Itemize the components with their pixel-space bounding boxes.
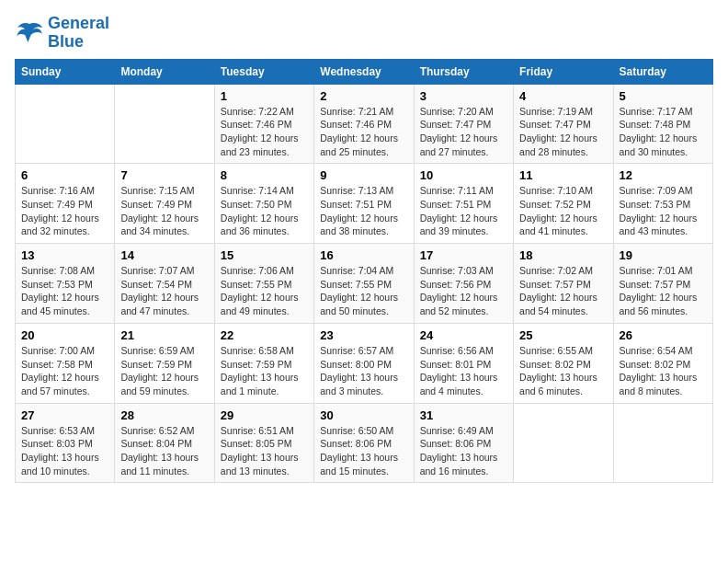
- day-cell: 3Sunrise: 7:20 AM Sunset: 7:47 PM Daylig…: [414, 84, 513, 164]
- week-row-5: 27Sunrise: 6:53 AM Sunset: 8:03 PM Dayli…: [16, 403, 713, 483]
- day-number: 12: [620, 168, 707, 182]
- day-cell: 4Sunrise: 7:19 AM Sunset: 7:47 PM Daylig…: [514, 84, 613, 164]
- week-row-3: 13Sunrise: 7:08 AM Sunset: 7:53 PM Dayli…: [16, 244, 713, 324]
- day-info: Sunrise: 7:21 AM Sunset: 7:46 PM Dayligh…: [320, 105, 407, 159]
- day-number: 13: [21, 248, 108, 262]
- day-cell: 20Sunrise: 7:00 AM Sunset: 7:58 PM Dayli…: [16, 323, 115, 403]
- day-number: 4: [519, 89, 607, 103]
- day-number: 23: [320, 328, 407, 342]
- day-number: 5: [620, 89, 707, 103]
- day-cell: 2Sunrise: 7:21 AM Sunset: 7:46 PM Daylig…: [314, 84, 414, 164]
- day-number: 1: [221, 89, 308, 103]
- day-cell: 7Sunrise: 7:15 AM Sunset: 7:49 PM Daylig…: [115, 164, 214, 244]
- day-cell: 21Sunrise: 6:59 AM Sunset: 7:59 PM Dayli…: [115, 323, 214, 403]
- calendar-table: SundayMondayTuesdayWednesdayThursdayFrid…: [15, 59, 713, 484]
- day-number: 3: [420, 89, 507, 103]
- week-row-1: 1Sunrise: 7:22 AM Sunset: 7:46 PM Daylig…: [16, 84, 713, 164]
- calendar-header: SundayMondayTuesdayWednesdayThursdayFrid…: [16, 59, 713, 84]
- page-header: General Blue: [15, 15, 713, 52]
- day-number: 30: [320, 408, 407, 422]
- day-number: 29: [221, 408, 308, 422]
- day-info: Sunrise: 6:54 AM Sunset: 8:02 PM Dayligh…: [620, 344, 707, 398]
- day-cell: 8Sunrise: 7:14 AM Sunset: 7:50 PM Daylig…: [214, 164, 313, 244]
- day-number: 20: [21, 328, 108, 342]
- day-info: Sunrise: 7:09 AM Sunset: 7:53 PM Dayligh…: [620, 184, 707, 238]
- day-number: 28: [120, 408, 208, 422]
- day-info: Sunrise: 7:14 AM Sunset: 7:50 PM Dayligh…: [221, 184, 308, 238]
- day-cell: 23Sunrise: 6:57 AM Sunset: 8:00 PM Dayli…: [314, 323, 414, 403]
- day-info: Sunrise: 7:22 AM Sunset: 7:46 PM Dayligh…: [221, 105, 308, 159]
- day-info: Sunrise: 6:50 AM Sunset: 8:06 PM Dayligh…: [320, 424, 407, 478]
- day-number: 9: [320, 168, 407, 182]
- day-cell: 13Sunrise: 7:08 AM Sunset: 7:53 PM Dayli…: [16, 244, 115, 324]
- day-cell: 29Sunrise: 6:51 AM Sunset: 8:05 PM Dayli…: [214, 403, 313, 483]
- day-info: Sunrise: 7:08 AM Sunset: 7:53 PM Dayligh…: [21, 264, 108, 318]
- day-info: Sunrise: 7:16 AM Sunset: 7:49 PM Dayligh…: [21, 184, 108, 238]
- day-number: 8: [221, 168, 308, 182]
- day-cell: 12Sunrise: 7:09 AM Sunset: 7:53 PM Dayli…: [613, 164, 712, 244]
- day-info: Sunrise: 7:13 AM Sunset: 7:51 PM Dayligh…: [320, 184, 407, 238]
- header-row: SundayMondayTuesdayWednesdayThursdayFrid…: [16, 59, 713, 84]
- day-number: 26: [620, 328, 707, 342]
- day-cell: 24Sunrise: 6:56 AM Sunset: 8:01 PM Dayli…: [414, 323, 513, 403]
- day-cell: 28Sunrise: 6:52 AM Sunset: 8:04 PM Dayli…: [115, 403, 214, 483]
- column-header-sunday: Sunday: [16, 59, 115, 84]
- day-info: Sunrise: 7:15 AM Sunset: 7:49 PM Dayligh…: [120, 184, 208, 238]
- day-cell: 25Sunrise: 6:55 AM Sunset: 8:02 PM Dayli…: [514, 323, 613, 403]
- day-cell: [115, 84, 214, 164]
- day-number: 16: [320, 248, 407, 262]
- logo: General Blue: [15, 15, 109, 52]
- column-header-tuesday: Tuesday: [214, 59, 313, 84]
- day-cell: 22Sunrise: 6:58 AM Sunset: 7:59 PM Dayli…: [214, 323, 313, 403]
- day-cell: 1Sunrise: 7:22 AM Sunset: 7:46 PM Daylig…: [214, 84, 313, 164]
- day-number: 21: [120, 328, 208, 342]
- day-cell: 10Sunrise: 7:11 AM Sunset: 7:51 PM Dayli…: [414, 164, 513, 244]
- day-info: Sunrise: 7:00 AM Sunset: 7:58 PM Dayligh…: [21, 344, 108, 398]
- day-number: 19: [620, 248, 707, 262]
- day-info: Sunrise: 7:19 AM Sunset: 7:47 PM Dayligh…: [519, 105, 607, 159]
- day-number: 2: [320, 89, 407, 103]
- day-number: 15: [221, 248, 308, 262]
- column-header-wednesday: Wednesday: [314, 59, 414, 84]
- day-number: 27: [21, 408, 108, 422]
- day-info: Sunrise: 7:03 AM Sunset: 7:56 PM Dayligh…: [420, 264, 507, 318]
- day-cell: 5Sunrise: 7:17 AM Sunset: 7:48 PM Daylig…: [613, 84, 712, 164]
- day-cell: 18Sunrise: 7:02 AM Sunset: 7:57 PM Dayli…: [514, 244, 613, 324]
- day-info: Sunrise: 7:11 AM Sunset: 7:51 PM Dayligh…: [420, 184, 507, 238]
- day-info: Sunrise: 7:10 AM Sunset: 7:52 PM Dayligh…: [519, 184, 607, 238]
- day-number: 24: [420, 328, 507, 342]
- column-header-thursday: Thursday: [414, 59, 513, 84]
- day-cell: 9Sunrise: 7:13 AM Sunset: 7:51 PM Daylig…: [314, 164, 414, 244]
- day-cell: [16, 84, 115, 164]
- day-cell: 14Sunrise: 7:07 AM Sunset: 7:54 PM Dayli…: [115, 244, 214, 324]
- day-info: Sunrise: 6:55 AM Sunset: 8:02 PM Dayligh…: [519, 344, 607, 398]
- day-cell: 19Sunrise: 7:01 AM Sunset: 7:57 PM Dayli…: [613, 244, 712, 324]
- day-info: Sunrise: 6:57 AM Sunset: 8:00 PM Dayligh…: [320, 344, 407, 398]
- day-info: Sunrise: 6:53 AM Sunset: 8:03 PM Dayligh…: [21, 424, 108, 478]
- day-number: 10: [420, 168, 507, 182]
- day-info: Sunrise: 7:04 AM Sunset: 7:55 PM Dayligh…: [320, 264, 407, 318]
- column-header-friday: Friday: [514, 59, 613, 84]
- day-cell: 6Sunrise: 7:16 AM Sunset: 7:49 PM Daylig…: [16, 164, 115, 244]
- day-info: Sunrise: 6:52 AM Sunset: 8:04 PM Dayligh…: [120, 424, 208, 478]
- day-number: 6: [21, 168, 108, 182]
- column-header-saturday: Saturday: [613, 59, 712, 84]
- day-number: 7: [120, 168, 208, 182]
- day-info: Sunrise: 6:49 AM Sunset: 8:06 PM Dayligh…: [420, 424, 507, 478]
- day-cell: 15Sunrise: 7:06 AM Sunset: 7:55 PM Dayli…: [214, 244, 313, 324]
- day-cell: 30Sunrise: 6:50 AM Sunset: 8:06 PM Dayli…: [314, 403, 414, 483]
- day-cell: 17Sunrise: 7:03 AM Sunset: 7:56 PM Dayli…: [414, 244, 513, 324]
- day-info: Sunrise: 7:07 AM Sunset: 7:54 PM Dayligh…: [120, 264, 208, 318]
- day-info: Sunrise: 7:17 AM Sunset: 7:48 PM Dayligh…: [620, 105, 707, 159]
- day-number: 18: [519, 248, 607, 262]
- day-number: 22: [221, 328, 308, 342]
- day-cell: [514, 403, 613, 483]
- week-row-2: 6Sunrise: 7:16 AM Sunset: 7:49 PM Daylig…: [16, 164, 713, 244]
- day-number: 25: [519, 328, 607, 342]
- day-cell: 16Sunrise: 7:04 AM Sunset: 7:55 PM Dayli…: [314, 244, 414, 324]
- calendar-body: 1Sunrise: 7:22 AM Sunset: 7:46 PM Daylig…: [16, 84, 713, 483]
- day-cell: 26Sunrise: 6:54 AM Sunset: 8:02 PM Dayli…: [613, 323, 712, 403]
- day-cell: [613, 403, 712, 483]
- column-header-monday: Monday: [115, 59, 214, 84]
- day-cell: 31Sunrise: 6:49 AM Sunset: 8:06 PM Dayli…: [414, 403, 513, 483]
